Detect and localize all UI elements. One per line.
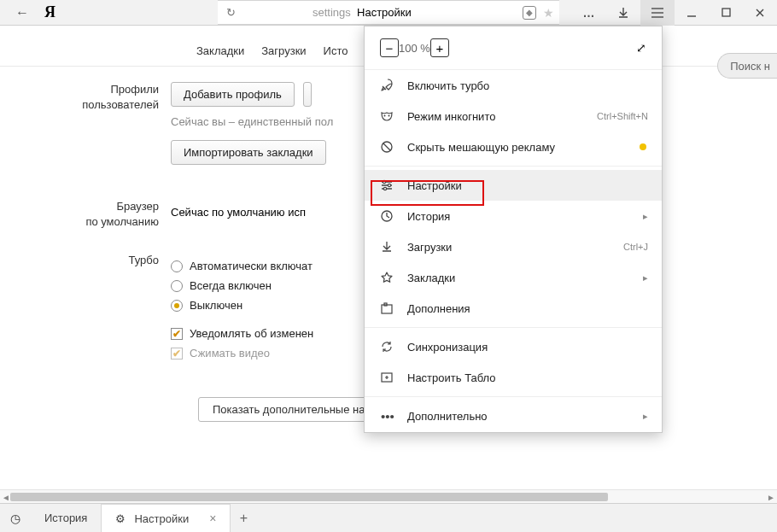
download-icon bbox=[380, 240, 395, 254]
menu-item-sync[interactable]: Синхронизация bbox=[365, 331, 662, 362]
menu-item-history[interactable]: История ▸ bbox=[365, 201, 662, 231]
protect-icon[interactable]: ◆ bbox=[523, 6, 536, 20]
addons-icon bbox=[380, 301, 395, 315]
fullscreen-icon[interactable]: ⤢ bbox=[636, 41, 646, 55]
section-label-profiles: Профили пользователей bbox=[0, 82, 171, 165]
menu-item-tablo[interactable]: Настроить Табло bbox=[365, 362, 662, 393]
svg-point-6 bbox=[383, 187, 386, 190]
main-menu-button[interactable] bbox=[640, 0, 675, 26]
bookmark-star-icon[interactable]: ★ bbox=[543, 6, 554, 20]
tab-settings[interactable]: ⚙ Настройки × bbox=[102, 504, 231, 533]
menu-item-more[interactable]: ••• Дополнительно ▸ bbox=[365, 400, 662, 432]
menu-item-settings[interactable]: Настройки bbox=[365, 170, 662, 201]
downloads-button[interactable] bbox=[606, 0, 640, 26]
address-title: Настройки bbox=[357, 6, 412, 19]
star-icon bbox=[380, 271, 395, 284]
scroll-right-arrow[interactable]: ► bbox=[765, 490, 777, 504]
default-browser-text: Сейчас по умолчанию исп bbox=[171, 206, 306, 219]
tab-settings-label: Настройки bbox=[134, 512, 189, 525]
zoom-out-button[interactable]: − bbox=[380, 38, 399, 57]
menu-item-hide-ads[interactable]: Скрыть мешающую рекламу bbox=[365, 132, 662, 162]
nav-history[interactable]: Исто bbox=[324, 44, 348, 61]
rocket-icon bbox=[380, 79, 395, 92]
history-icon bbox=[380, 209, 395, 223]
menu-item-turbo[interactable]: Включить турбо bbox=[365, 70, 662, 101]
tab-close-icon[interactable]: × bbox=[209, 512, 216, 525]
profile-extra-button[interactable] bbox=[303, 82, 312, 107]
window-maximize-button[interactable] bbox=[709, 0, 743, 26]
section-label-turbo: Турбо bbox=[0, 253, 171, 366]
sliders-icon bbox=[380, 178, 395, 192]
address-bar[interactable]: ↻ settings Настройки ◆ ★ bbox=[218, 0, 559, 25]
tablo-icon bbox=[380, 371, 395, 384]
main-menu-dropdown: − 100 % + ⤢ Включить турбо Режим инкогни… bbox=[364, 26, 663, 433]
tab-history-label: История bbox=[44, 512, 87, 524]
reload-icon[interactable]: ↻ bbox=[226, 6, 236, 19]
mask-icon bbox=[380, 109, 395, 123]
zoom-level: 100 % bbox=[399, 42, 430, 55]
zoom-in-button[interactable]: + bbox=[430, 38, 449, 57]
section-label-default-browser: Браузер по умолчанию bbox=[0, 199, 171, 229]
nav-bookmarks[interactable]: Закладки bbox=[196, 44, 244, 61]
svg-rect-0 bbox=[722, 9, 730, 16]
incognito-shortcut: Ctrl+Shift+N bbox=[597, 111, 648, 121]
scrollbar-thumb[interactable] bbox=[10, 493, 608, 501]
sync-icon bbox=[380, 340, 395, 354]
svg-point-5 bbox=[388, 184, 390, 186]
nav-downloads[interactable]: Загрузки bbox=[261, 44, 306, 61]
ads-status-dot bbox=[640, 143, 646, 150]
menu-item-bookmarks[interactable]: Закладки ▸ bbox=[365, 262, 662, 293]
gear-icon: ⚙ bbox=[115, 512, 126, 525]
menu-item-incognito[interactable]: Режим инкогнито Ctrl+Shift+N bbox=[365, 101, 662, 132]
import-bookmarks-button[interactable]: Импортировать закладки bbox=[171, 140, 326, 165]
add-profile-button[interactable]: Добавить профиль bbox=[171, 82, 295, 107]
downloads-shortcut: Ctrl+J bbox=[623, 242, 648, 252]
back-button[interactable]: ← bbox=[15, 5, 29, 20]
more-icon: ••• bbox=[380, 409, 395, 424]
chevron-right-icon: ▸ bbox=[643, 211, 648, 222]
chevron-right-icon: ▸ bbox=[643, 272, 648, 284]
horizontal-scrollbar[interactable]: ◄ ► bbox=[0, 489, 777, 503]
svg-point-2 bbox=[388, 115, 390, 117]
history-indicator-icon[interactable]: ◷ bbox=[0, 512, 31, 525]
menu-item-downloads[interactable]: Загрузки Ctrl+J bbox=[365, 231, 662, 262]
svg-point-4 bbox=[383, 180, 385, 183]
tab-history[interactable]: История bbox=[31, 504, 102, 533]
address-prefix: settings bbox=[313, 6, 351, 19]
page-actions-button[interactable]: … bbox=[572, 0, 606, 26]
block-icon bbox=[380, 140, 395, 154]
menu-item-addons[interactable]: Дополнения bbox=[365, 293, 662, 324]
svg-point-1 bbox=[384, 115, 386, 117]
window-minimize-button[interactable] bbox=[675, 0, 709, 26]
yandex-logo[interactable]: Я bbox=[44, 3, 56, 21]
new-tab-button[interactable]: + bbox=[231, 511, 256, 526]
window-close-button[interactable] bbox=[743, 0, 777, 26]
chevron-right-icon: ▸ bbox=[643, 411, 648, 422]
